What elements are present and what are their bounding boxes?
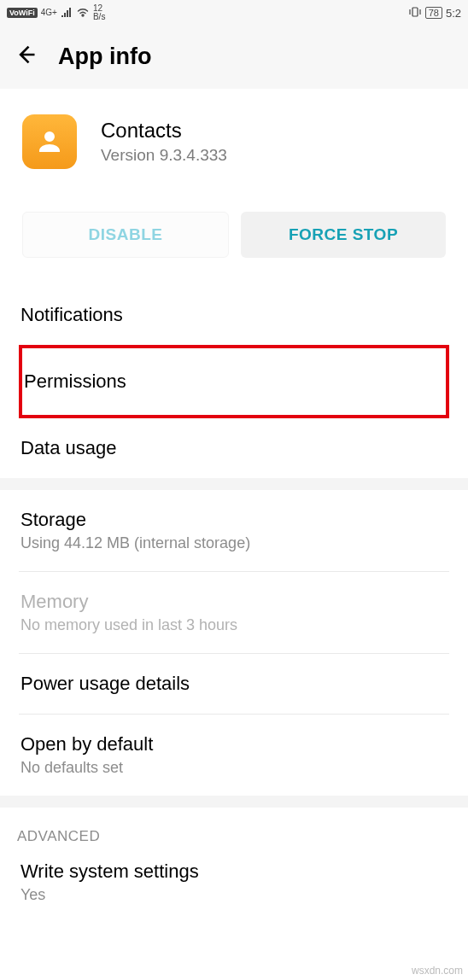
speed-unit: B/s <box>93 13 105 21</box>
open-default-label: Open by default <box>20 733 448 755</box>
storage-value: Using 44.12 MB (internal storage) <box>20 534 448 552</box>
open-default-value: No defaults set <box>20 759 448 777</box>
storage-label: Storage <box>20 509 448 531</box>
status-time: 5:2 <box>446 7 461 20</box>
power-usage-item[interactable]: Power usage details <box>0 654 468 714</box>
data-usage-item[interactable]: Data usage <box>0 418 468 478</box>
app-info-row: Contacts Version 9.3.4.333 <box>0 89 468 186</box>
action-buttons: DISABLE FORCE STOP <box>0 186 468 285</box>
vibrate-icon <box>408 6 422 20</box>
open-by-default-item[interactable]: Open by default No defaults set <box>0 715 468 796</box>
vowifi-icon: VoWiFi <box>7 8 38 18</box>
svg-rect-0 <box>412 8 418 16</box>
status-right: 78 5:2 <box>408 6 461 20</box>
watermark: wsxdn.com <box>412 965 463 977</box>
app-version: Version 9.3.4.333 <box>101 146 227 165</box>
force-stop-button[interactable]: FORCE STOP <box>241 212 446 258</box>
signal-4g-icon: 4G+ <box>41 9 57 17</box>
permissions-item[interactable]: Permissions <box>19 345 449 418</box>
back-arrow-icon[interactable] <box>14 43 38 70</box>
disable-button[interactable]: DISABLE <box>22 212 229 258</box>
data-usage-label: Data usage <box>20 437 448 459</box>
advanced-section-header: ADVANCED <box>0 808 468 854</box>
write-settings-value: Yes <box>20 886 448 904</box>
write-system-settings-item[interactable]: Write system settings Yes <box>0 854 468 923</box>
app-name: Contacts <box>101 119 227 143</box>
status-bar: VoWiFi 4G+ 12 B/s 78 5:2 <box>0 0 468 26</box>
memory-label: Memory <box>20 591 448 613</box>
wifi-icon <box>76 7 90 20</box>
signal-bars-icon <box>61 7 73 20</box>
memory-value: No memory used in last 3 hours <box>20 616 448 634</box>
battery-icon: 78 <box>425 7 442 19</box>
notifications-label: Notifications <box>20 304 448 326</box>
storage-item[interactable]: Storage Using 44.12 MB (internal storage… <box>0 490 468 571</box>
section-divider <box>0 796 468 808</box>
page-title: App info <box>58 44 151 70</box>
power-usage-label: Power usage details <box>20 673 448 695</box>
section-divider <box>0 478 468 490</box>
permissions-label: Permissions <box>24 370 126 392</box>
memory-item: Memory No memory used in last 3 hours <box>0 572 468 653</box>
notifications-item[interactable]: Notifications <box>0 285 468 345</box>
write-settings-label: Write system settings <box>20 860 448 883</box>
status-left: VoWiFi 4G+ 12 B/s <box>7 4 105 21</box>
app-header: App info <box>0 26 468 89</box>
contacts-app-icon <box>22 114 77 169</box>
